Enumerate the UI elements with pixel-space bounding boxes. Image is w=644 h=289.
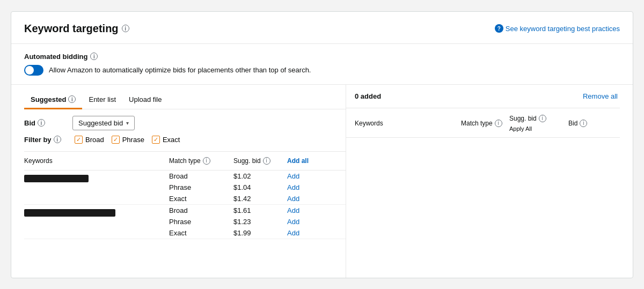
add-all-button[interactable]: Add all bbox=[287, 157, 309, 165]
kw-match-bid-rows-2: Broad $1.61 Add Phrase $1.23 Add Exact $… bbox=[169, 205, 346, 239]
right-panel: 0 added Remove all Keywords Match type i… bbox=[346, 85, 620, 278]
kw-row-2-exact: Exact $1.99 Add bbox=[169, 227, 346, 239]
controls-section: Bid i Suggested bid ▾ Filter by i bbox=[24, 109, 346, 148]
right-bid-info-icon[interactable]: i bbox=[580, 120, 587, 127]
main-layout: Suggested i Enter list Upload file Bid bbox=[24, 85, 620, 278]
kw-match-1-exact: Exact bbox=[169, 195, 233, 203]
automated-bidding-info-icon[interactable]: i bbox=[90, 53, 98, 60]
filter-phrase-checkbox[interactable]: ✓ Phrase bbox=[112, 136, 144, 144]
kw-add-btn-1-broad[interactable]: Add bbox=[287, 172, 299, 180]
kw-row-1-exact: Exact $1.42 Add bbox=[169, 193, 346, 204]
tabs-row: Suggested i Enter list Upload file bbox=[24, 85, 346, 109]
chevron-down-icon: ▾ bbox=[126, 120, 129, 126]
automated-bidding-section: Automated bidding i Allow Amazon to auto… bbox=[24, 53, 620, 76]
kw-keyword-cell-1 bbox=[24, 171, 169, 204]
kw-row-2-broad: Broad $1.61 Add bbox=[169, 205, 346, 216]
left-panel: Suggested i Enter list Upload file Bid bbox=[24, 85, 346, 278]
kw-add-btn-1-exact[interactable]: Add bbox=[287, 195, 299, 203]
bid-label: Bid i bbox=[24, 119, 67, 127]
kw-match-1-phrase: Phrase bbox=[169, 183, 233, 191]
filter-checkbox-group: ✓ Broad ✓ Phrase ✓ Exact bbox=[75, 136, 180, 144]
card-title: Keyword targeting i bbox=[24, 23, 129, 35]
right-panel-header: 0 added Remove all bbox=[346, 85, 620, 108]
keywords-list: Broad $1.02 Add Phrase $1.04 Add Exact $… bbox=[24, 171, 346, 239]
match-type-info-icon[interactable]: i bbox=[203, 157, 210, 165]
exact-check-icon: ✓ bbox=[152, 136, 160, 144]
kw-row-1-phrase: Phrase $1.04 Add bbox=[169, 182, 346, 193]
kw-row-2-phrase: Phrase $1.23 Add bbox=[169, 216, 346, 227]
kw-bid-1-exact: $1.42 bbox=[233, 195, 287, 203]
toggle-description: Allow Amazon to automatically optimize b… bbox=[49, 66, 311, 74]
filter-broad-checkbox[interactable]: ✓ Broad bbox=[75, 136, 104, 144]
kw-keyword-cell-2 bbox=[24, 205, 169, 239]
bid-info-icon[interactable]: i bbox=[38, 119, 45, 127]
filter-info-icon[interactable]: i bbox=[54, 136, 61, 143]
toggle-row: Allow Amazon to automatically optimize b… bbox=[24, 65, 620, 76]
automated-bidding-label: Automated bidding bbox=[24, 53, 87, 61]
right-match-type-info-icon[interactable]: i bbox=[495, 120, 502, 127]
right-header-match-type: Match type i bbox=[461, 115, 509, 132]
kw-add-btn-1-phrase[interactable]: Add bbox=[287, 183, 299, 191]
kw-header-sugg-bid: Sugg. bid i bbox=[233, 157, 287, 165]
filter-label: Filter by i bbox=[24, 136, 67, 144]
kw-bid-1-broad: $1.02 bbox=[233, 172, 287, 180]
kw-match-1-broad: Broad bbox=[169, 172, 233, 180]
phrase-check-icon: ✓ bbox=[112, 136, 120, 144]
tab-enter-list-label: Enter list bbox=[89, 95, 116, 103]
kw-group-2: Broad $1.61 Add Phrase $1.23 Add Exact $… bbox=[24, 205, 346, 239]
bid-select-value: Suggested bid bbox=[78, 119, 123, 127]
right-header-bid: Bid i bbox=[568, 115, 611, 132]
tab-suggested-info-icon[interactable]: i bbox=[68, 95, 76, 103]
kw-add-btn-2-exact[interactable]: Add bbox=[287, 229, 299, 237]
kw-bid-1-phrase: $1.04 bbox=[233, 183, 287, 191]
kw-add-btn-2-phrase[interactable]: Add bbox=[287, 218, 299, 226]
filter-row: Filter by i ✓ Broad ✓ Phrase ✓ bbox=[24, 136, 346, 144]
kw-bid-2-exact: $1.99 bbox=[233, 229, 287, 237]
help-link-text: See keyword targeting best practices bbox=[506, 25, 620, 33]
automated-bidding-toggle[interactable] bbox=[24, 65, 43, 76]
bid-select-dropdown[interactable]: Suggested bid ▾ bbox=[72, 116, 135, 130]
kw-keyword-bar-2 bbox=[24, 209, 115, 217]
kw-match-2-phrase: Phrase bbox=[169, 218, 233, 226]
keywords-table-header: Keywords Match type i Sugg. bid i Add al… bbox=[24, 151, 346, 171]
kw-bid-2-broad: $1.61 bbox=[233, 206, 287, 214]
title-text: Keyword targeting bbox=[24, 23, 119, 35]
kw-match-2-broad: Broad bbox=[169, 206, 233, 214]
kw-header-add-all: Add all bbox=[287, 157, 330, 165]
kw-group-1: Broad $1.02 Add Phrase $1.04 Add Exact $… bbox=[24, 171, 346, 205]
right-col-headers: Keywords Match type i Sugg. bid i Apply … bbox=[346, 108, 620, 138]
right-header-sugg-bid: Sugg. bid i Apply All bbox=[509, 115, 568, 132]
tab-suggested[interactable]: Suggested i bbox=[24, 91, 82, 109]
kw-keyword-bar-1 bbox=[24, 175, 89, 182]
apply-all-label[interactable]: Apply All bbox=[509, 125, 532, 132]
filter-exact-checkbox[interactable]: ✓ Exact bbox=[152, 136, 180, 144]
broad-check-icon: ✓ bbox=[75, 136, 83, 144]
kw-header-keywords: Keywords bbox=[24, 157, 169, 165]
help-circle-icon: ? bbox=[495, 24, 503, 33]
tab-suggested-label: Suggested bbox=[31, 95, 66, 103]
kw-header-match-type: Match type i bbox=[169, 157, 233, 165]
automated-bidding-title: Automated bidding i bbox=[24, 53, 620, 61]
right-sugg-bid-info-icon[interactable]: i bbox=[539, 115, 546, 122]
help-link[interactable]: ? See keyword targeting best practices bbox=[495, 24, 620, 33]
filter-phrase-label: Phrase bbox=[122, 136, 144, 144]
keyword-targeting-card: Keyword targeting i ? See keyword target… bbox=[11, 11, 633, 278]
tab-upload-file[interactable]: Upload file bbox=[122, 91, 168, 109]
kw-match-2-exact: Exact bbox=[169, 229, 233, 237]
filter-exact-label: Exact bbox=[163, 136, 180, 144]
tab-upload-file-label: Upload file bbox=[129, 95, 162, 103]
remove-all-button[interactable]: Remove all bbox=[583, 92, 620, 100]
title-info-icon[interactable]: i bbox=[122, 25, 129, 32]
header-divider bbox=[11, 43, 633, 44]
sugg-bid-info-icon[interactable]: i bbox=[263, 157, 270, 165]
right-header-keywords: Keywords bbox=[355, 115, 461, 132]
filter-broad-label: Broad bbox=[85, 136, 104, 144]
kw-bid-2-phrase: $1.23 bbox=[233, 218, 287, 226]
kw-add-btn-2-broad[interactable]: Add bbox=[287, 206, 299, 214]
card-header: Keyword targeting i ? See keyword target… bbox=[24, 23, 620, 35]
added-count: 0 added bbox=[355, 92, 381, 100]
bid-row: Bid i Suggested bid ▾ bbox=[24, 116, 346, 130]
kw-row-1-broad: Broad $1.02 Add bbox=[169, 171, 346, 182]
tab-enter-list[interactable]: Enter list bbox=[82, 91, 122, 109]
kw-match-bid-rows-1: Broad $1.02 Add Phrase $1.04 Add Exact $… bbox=[169, 171, 346, 204]
